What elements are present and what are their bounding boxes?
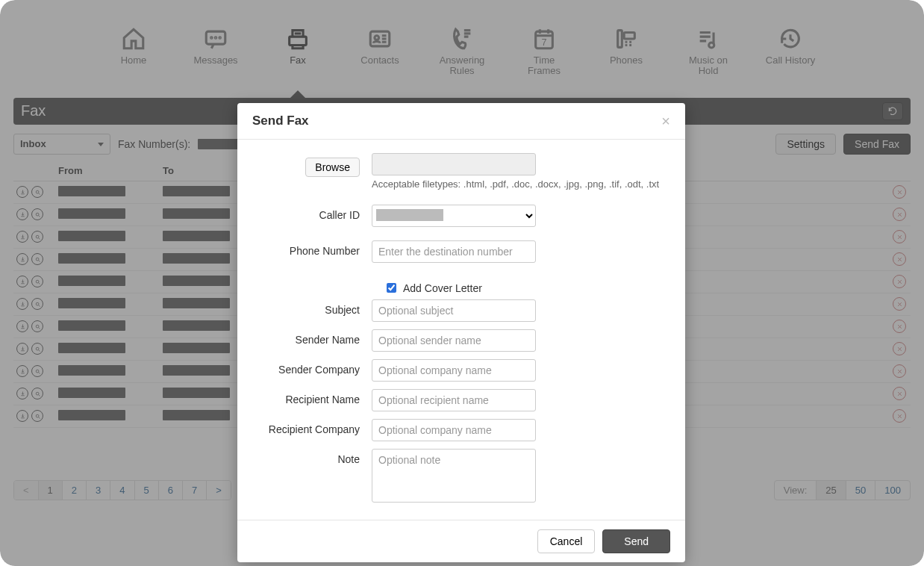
sender-company-input[interactable] xyxy=(372,359,536,382)
modal-close-button[interactable]: × xyxy=(661,113,670,128)
sender-name-input[interactable] xyxy=(372,329,536,352)
caller-id-label: Caller ID xyxy=(252,205,372,227)
cancel-button[interactable]: Cancel xyxy=(537,529,596,553)
note-input[interactable] xyxy=(372,449,536,503)
browse-button[interactable]: Browse xyxy=(305,158,360,177)
file-input[interactable] xyxy=(372,153,536,175)
cover-letter-checkbox[interactable] xyxy=(387,283,396,293)
send-fax-modal: Send Fax × Browse Acceptable filetypes: … xyxy=(237,103,685,562)
subject-input[interactable] xyxy=(372,299,536,322)
recipient-company-label: Recipient Company xyxy=(252,419,372,441)
cover-letter-label: Add Cover Letter xyxy=(403,282,482,294)
subject-label: Subject xyxy=(252,299,372,322)
filetypes-help: Acceptable filetypes: .html, .pdf, .doc,… xyxy=(372,178,670,190)
modal-title: Send Fax xyxy=(252,113,309,128)
caller-id-redacted xyxy=(376,209,443,221)
note-label: Note xyxy=(252,449,372,505)
sender-name-label: Sender Name xyxy=(252,329,372,352)
recipient-name-label: Recipient Name xyxy=(252,389,372,411)
recipient-company-input[interactable] xyxy=(372,419,536,441)
recipient-name-input[interactable] xyxy=(372,389,536,411)
phone-number-input[interactable] xyxy=(372,240,536,263)
send-button[interactable]: Send xyxy=(602,529,670,553)
phone-number-label: Phone Number xyxy=(252,240,372,263)
sender-company-label: Sender Company xyxy=(252,359,372,382)
